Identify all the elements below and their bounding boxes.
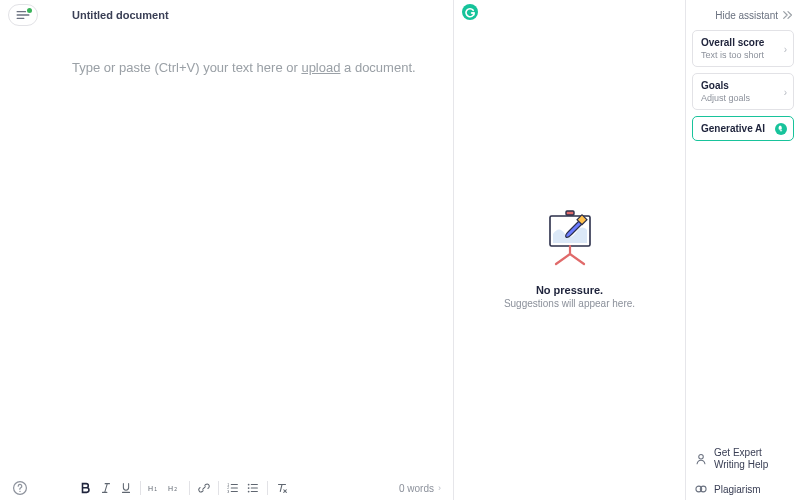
bold-icon <box>79 481 93 495</box>
link-icon <box>197 481 211 495</box>
clear-formatting-button[interactable] <box>273 479 291 497</box>
editor-pane: Untitled document Type or paste (Ctrl+V)… <box>0 0 454 500</box>
goals-card[interactable]: Goals Adjust goals › <box>692 73 794 110</box>
svg-point-10 <box>248 487 250 489</box>
ordered-list-icon: 123 <box>226 481 240 495</box>
svg-point-19 <box>700 486 706 492</box>
notification-dot-icon <box>27 8 32 13</box>
svg-text:H: H <box>148 485 153 492</box>
h2-button[interactable]: H2 <box>166 479 184 497</box>
hide-assistant-label: Hide assistant <box>715 10 778 21</box>
svg-point-1 <box>19 491 20 492</box>
bold-button[interactable] <box>77 479 95 497</box>
editor-toolbar: H1 H2 123 0 words › <box>0 476 453 500</box>
empty-state-illustration <box>454 210 685 266</box>
plagiarism-label: Plagiarism <box>714 484 761 495</box>
overall-score-card[interactable]: Overall score Text is too short › <box>692 30 794 67</box>
help-button[interactable] <box>12 480 28 496</box>
empty-state-title: No pressure. <box>454 284 685 296</box>
expert-help-button[interactable]: Get Expert Writing Help <box>692 441 794 476</box>
expert-help-line1: Get Expert <box>714 447 768 459</box>
h1-icon: H1 <box>148 481 162 495</box>
underline-icon <box>119 481 133 495</box>
svg-rect-14 <box>566 211 574 215</box>
svg-text:3: 3 <box>227 490 229 494</box>
generative-ai-card[interactable]: Generative AI <box>692 116 794 141</box>
clear-formatting-icon <box>275 481 289 495</box>
sidebar-pane: Hide assistant Overall score Text is too… <box>686 0 800 500</box>
empty-state-subtitle: Suggestions will appear here. <box>454 298 685 309</box>
unordered-list-icon <box>246 481 260 495</box>
menu-button[interactable] <box>8 4 38 26</box>
expert-help-line2: Writing Help <box>714 459 768 471</box>
svg-text:2: 2 <box>174 488 177 493</box>
goals-sub: Adjust goals <box>701 93 785 103</box>
help-icon <box>12 480 28 496</box>
placeholder-text: Type or paste (Ctrl+V) your text here or <box>72 60 301 75</box>
generative-ai-badge-icon <box>775 123 787 135</box>
italic-icon <box>99 481 113 495</box>
h1-button[interactable]: H1 <box>146 479 164 497</box>
underline-button[interactable] <box>117 479 135 497</box>
expert-icon <box>694 452 708 466</box>
chevron-double-right-icon <box>782 10 794 20</box>
plagiarism-icon <box>694 482 708 496</box>
word-count-label: 0 words <box>399 483 434 494</box>
plagiarism-button[interactable]: Plagiarism <box>692 476 794 500</box>
chevron-right-icon: › <box>784 86 787 97</box>
grammarly-logo-icon <box>462 4 478 20</box>
svg-point-17 <box>699 454 704 459</box>
svg-point-11 <box>248 491 250 493</box>
italic-button[interactable] <box>97 479 115 497</box>
chevron-right-icon: › <box>438 483 441 493</box>
overall-score-title: Overall score <box>701 37 785 48</box>
h2-icon: H2 <box>168 481 182 495</box>
goals-title: Goals <box>701 80 785 91</box>
generative-ai-title: Generative AI <box>701 123 785 134</box>
ordered-list-button[interactable]: 123 <box>224 479 242 497</box>
upload-link[interactable]: upload <box>301 60 340 75</box>
word-count[interactable]: 0 words › <box>399 483 441 494</box>
hide-assistant-button[interactable]: Hide assistant <box>692 6 794 24</box>
unordered-list-button[interactable] <box>244 479 262 497</box>
placeholder-text-post: a document. <box>340 60 415 75</box>
link-button[interactable] <box>195 479 213 497</box>
svg-rect-16 <box>780 130 783 131</box>
svg-text:H: H <box>168 485 173 492</box>
svg-text:1: 1 <box>154 488 157 493</box>
suggestions-pane: No pressure. Suggestions will appear her… <box>454 0 686 500</box>
overall-score-sub: Text is too short <box>701 50 785 60</box>
chevron-right-icon: › <box>784 43 787 54</box>
editor-body[interactable]: Type or paste (Ctrl+V) your text here or… <box>72 60 423 75</box>
document-title[interactable]: Untitled document <box>72 9 169 21</box>
svg-point-9 <box>248 484 250 486</box>
